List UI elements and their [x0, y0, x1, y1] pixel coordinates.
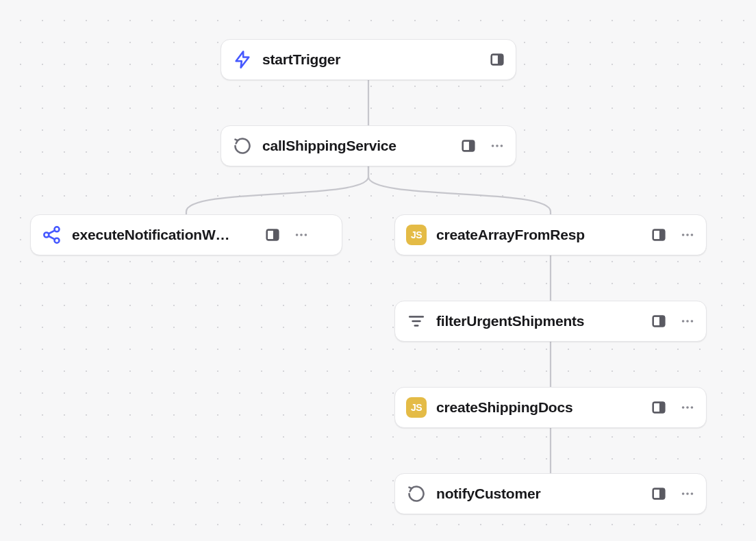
svg-point-46 [691, 492, 694, 495]
svg-point-45 [686, 492, 689, 495]
node-label: executeNotificationW… [72, 227, 255, 243]
panel-toggle-button[interactable] [461, 138, 476, 153]
panel-toggle-button[interactable] [490, 52, 505, 67]
workflow-canvas[interactable]: startTrigger callShippingService [0, 0, 756, 541]
js-icon: JS [406, 397, 427, 418]
js-icon: JS [406, 225, 427, 245]
bolt-icon [232, 49, 253, 70]
svg-point-39 [686, 406, 689, 409]
svg-point-34 [691, 320, 694, 323]
node-label: createArrayFromResp [436, 227, 642, 243]
node-start-trigger[interactable]: startTrigger [220, 39, 516, 80]
node-create-array-from-resp[interactable]: JS createArrayFromResp [394, 214, 707, 255]
node-label: createShippingDocs [436, 399, 642, 416]
svg-point-8 [501, 144, 503, 147]
more-options-button[interactable] [680, 400, 695, 415]
svg-point-33 [686, 320, 689, 323]
svg-point-24 [686, 234, 689, 236]
node-label: filterUrgentShipments [436, 313, 642, 329]
svg-point-18 [300, 234, 303, 236]
svg-point-32 [682, 320, 685, 323]
more-options-button[interactable] [294, 227, 309, 242]
panel-toggle-button[interactable] [651, 400, 666, 415]
js-badge: JS [406, 225, 427, 245]
more-options-button[interactable] [680, 486, 695, 501]
node-label: startTrigger [262, 51, 480, 68]
panel-toggle-button[interactable] [651, 314, 666, 329]
node-filter-urgent-shipments[interactable]: filterUrgentShipments [394, 301, 707, 342]
node-label: notifyCustomer [436, 486, 642, 502]
node-create-shipping-docs[interactable]: JS createShippingDocs [394, 387, 707, 428]
connector-lines [0, 0, 756, 541]
node-label: callShippingService [262, 138, 451, 154]
js-badge: JS [406, 397, 427, 418]
more-options-button[interactable] [680, 227, 695, 242]
more-options-button[interactable] [680, 314, 695, 329]
svg-point-19 [305, 234, 307, 236]
share-icon [42, 225, 62, 245]
svg-point-40 [691, 406, 694, 409]
panel-toggle-button[interactable] [651, 486, 666, 501]
panel-toggle-button[interactable] [651, 227, 666, 242]
node-execute-notification[interactable]: executeNotificationW… [30, 214, 342, 255]
svg-point-6 [492, 144, 494, 147]
panel-toggle-button[interactable] [265, 227, 280, 242]
loop-icon [406, 483, 427, 504]
more-options-button[interactable] [490, 138, 505, 153]
svg-point-25 [691, 234, 694, 236]
node-call-shipping-service[interactable]: callShippingService [220, 125, 516, 166]
node-notify-customer[interactable]: notifyCustomer [394, 473, 707, 514]
loop-icon [232, 136, 253, 156]
svg-point-23 [682, 234, 685, 236]
filter-icon [406, 311, 427, 331]
svg-point-7 [496, 144, 499, 147]
svg-point-44 [682, 492, 685, 495]
svg-line-13 [49, 236, 55, 240]
svg-point-17 [296, 234, 299, 236]
svg-line-12 [49, 231, 55, 234]
svg-point-38 [682, 406, 685, 409]
